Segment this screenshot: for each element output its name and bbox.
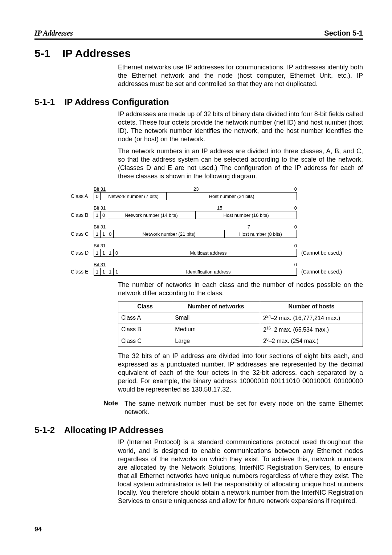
bit-cell: 1 xyxy=(107,249,114,256)
paragraph: The 32 bits of an IP address are divided… xyxy=(118,352,363,394)
running-head-right: Section 5-1 xyxy=(324,29,363,37)
cell-hosts: 28–2 max. (254 max.) xyxy=(260,335,363,347)
class-c-label: Class C xyxy=(71,230,94,238)
tick-0: 0 xyxy=(294,262,297,267)
paragraph: The network numbers in an IP address are… xyxy=(118,147,363,181)
bit-cell: 0 xyxy=(101,211,107,219)
ip-class-diagram: Bit 31 23 0 Class A 0 Network number (7 … xyxy=(71,186,363,276)
table-row: Class B Medium 216–2 max. (65,534 max.) xyxy=(118,324,363,335)
bit-cell: 0 xyxy=(94,193,101,200)
class-e-label: Class E xyxy=(71,268,94,276)
cell-class: Class B xyxy=(118,324,172,335)
tick-bit31: Bit 31 xyxy=(94,205,106,211)
bit-cell: 1 xyxy=(94,268,101,275)
cell-class: Class A xyxy=(118,312,172,324)
heading-title: IP Address Configuration xyxy=(65,97,169,107)
host-cell: Host number (8 bits) xyxy=(225,230,297,238)
table-row: Class A Small 224–2 max. (16,777,214 max… xyxy=(118,312,363,324)
cannot-be-used: (Cannot be used.) xyxy=(301,268,342,276)
tick-0: 0 xyxy=(294,224,297,230)
note-text: The same network number must be set for … xyxy=(124,400,363,416)
heading-title: Allocating IP Addresses xyxy=(64,425,163,435)
running-head-left: IP Addresses xyxy=(34,29,73,37)
th-hosts: Number of hosts xyxy=(260,301,363,312)
body-cell: Multicast address xyxy=(120,249,297,256)
tick-bit31: Bit 31 xyxy=(94,262,106,267)
heading-5-1-1: 5-1-1 IP Address Configuration xyxy=(34,97,363,107)
body-cell: Identification address xyxy=(120,268,297,275)
class-table: Class Number of networks Number of hosts… xyxy=(118,301,363,347)
tick-0: 0 xyxy=(294,186,297,192)
tick-bit31: Bit 31 xyxy=(94,243,106,248)
tick-0: 0 xyxy=(294,243,297,248)
host-cell: Host number (24 bits) xyxy=(167,193,297,200)
cell-networks: Small xyxy=(172,312,260,324)
host-cell: Host number (16 bits) xyxy=(196,211,297,219)
th-class: Class xyxy=(118,301,172,312)
tick-bit31: Bit 31 xyxy=(94,186,106,192)
heading-number: 5-1 xyxy=(34,47,50,59)
class-b-label: Class B xyxy=(71,211,94,219)
paragraph: IP (Internet Protocol) is a standard com… xyxy=(118,438,363,505)
net-cell: Network number (7 bits) xyxy=(101,193,167,200)
th-networks: Number of networks xyxy=(172,301,260,312)
cell-class: Class C xyxy=(118,335,172,347)
note-block: Note The same network number must be set… xyxy=(89,400,363,416)
heading-number: 5-1-2 xyxy=(34,425,55,435)
tick-7: 7 xyxy=(248,224,250,230)
tick-bit31: Bit 31 xyxy=(94,224,106,230)
heading-number: 5-1-1 xyxy=(34,97,55,107)
bit-cell: 0 xyxy=(114,249,120,256)
bit-cell: 1 xyxy=(107,268,114,275)
cell-networks: Large xyxy=(172,335,260,347)
bit-cell: 1 xyxy=(101,249,107,256)
net-cell: Network number (14 bits) xyxy=(107,211,196,219)
intro-paragraph: Ethernet networks use IP addresses for c… xyxy=(118,63,363,88)
paragraph: IP addresses are made up of 32 bits of b… xyxy=(118,110,363,143)
bit-cell: 0 xyxy=(107,230,114,238)
heading-5-1-2: 5-1-2 Allocating IP Addresses xyxy=(34,425,363,435)
heading-5-1: 5-1 IP Addresses xyxy=(34,47,363,60)
bit-cell: 1 xyxy=(94,211,101,219)
bit-cell: 1 xyxy=(94,249,101,256)
cell-hosts: 216–2 max. (65,534 max.) xyxy=(260,324,363,335)
note-label: Note xyxy=(89,400,124,416)
class-d-label: Class D xyxy=(71,249,94,257)
page-number: 94 xyxy=(34,526,42,533)
tick-15: 15 xyxy=(217,205,222,211)
bit-cell: 1 xyxy=(101,268,107,275)
heading-title: IP Addresses xyxy=(62,47,131,59)
cell-hosts: 224–2 max. (16,777,214 max.) xyxy=(260,312,363,324)
paragraph: The number of networks in each class and… xyxy=(118,281,363,297)
table-row: Class C Large 28–2 max. (254 max.) xyxy=(118,335,363,347)
bit-cell: 1 xyxy=(94,230,101,238)
cannot-be-used: (Cannot be used.) xyxy=(301,249,342,257)
net-cell: Network number (21 bits) xyxy=(114,230,225,238)
class-a-label: Class A xyxy=(71,192,94,200)
tick-0: 0 xyxy=(294,205,297,211)
bit-cell: 1 xyxy=(101,230,107,238)
cell-networks: Medium xyxy=(172,324,260,335)
bit-cell: 1 xyxy=(114,268,120,275)
tick-23: 23 xyxy=(193,186,199,192)
